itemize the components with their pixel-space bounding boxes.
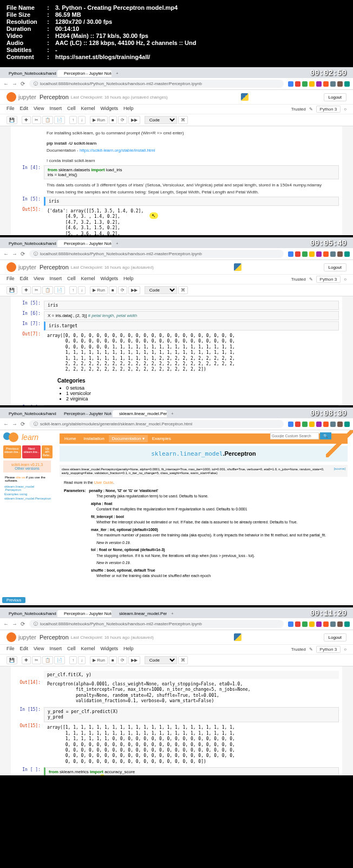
nav-home[interactable]: Home: [61, 435, 79, 442]
tab-1[interactable]: Python_Notebooks/handson-ml×: [2, 240, 56, 247]
cut-button[interactable]: ✂: [32, 656, 41, 664]
tab-2[interactable]: Perceptron - Jupyter Notebook×: [57, 410, 112, 417]
notebook-title[interactable]: Perceptron: [40, 94, 69, 100]
move-down-button[interactable]: ↓: [78, 656, 86, 664]
menu-file[interactable]: File: [6, 106, 15, 113]
paste-button[interactable]: 📄: [54, 116, 65, 124]
kernel-indicator[interactable]: Python 3: [316, 106, 341, 113]
menu-widgets[interactable]: Widgets: [100, 276, 118, 283]
ext-icon[interactable]: [316, 422, 322, 427]
edit-icon[interactable]: ✎: [309, 107, 313, 112]
ext-icon[interactable]: [302, 81, 308, 87]
menu-kernel[interactable]: Kernel: [81, 106, 95, 113]
menu-help[interactable]: Help: [123, 276, 134, 283]
kernel-indicator[interactable]: Python 3: [316, 276, 341, 283]
menu-edit[interactable]: Edit: [20, 106, 29, 113]
ext-icon[interactable]: [288, 81, 293, 87]
command-palette-button[interactable]: ⌘: [178, 286, 188, 294]
back-icon[interactable]: ←: [3, 251, 9, 257]
menu-cell[interactable]: Cell: [67, 276, 76, 283]
menu-kernel[interactable]: Kernel: [81, 276, 95, 283]
menu-view[interactable]: View: [34, 646, 44, 653]
menu-help[interactable]: Help: [123, 646, 134, 653]
ext-icon[interactable]: [302, 621, 308, 627]
code-cell[interactable]: In [ ]:from sklearn.metrics import accur…: [14, 767, 339, 775]
ext-icon[interactable]: [323, 251, 329, 257]
search-input[interactable]: [270, 432, 319, 439]
restart-button[interactable]: ⟳: [118, 116, 127, 124]
run-button[interactable]: ▶ Run: [90, 656, 108, 664]
reload-icon[interactable]: ⟳: [21, 81, 25, 87]
forward-icon[interactable]: →: [12, 621, 17, 627]
forward-icon[interactable]: →: [12, 421, 17, 427]
move-up-button[interactable]: ↑: [69, 656, 77, 664]
add-cell-button[interactable]: ✚: [22, 656, 31, 664]
menu-edit[interactable]: Edit: [20, 646, 29, 653]
notebook-title[interactable]: Perceptron: [40, 634, 69, 640]
stop-button[interactable]: ■: [109, 116, 117, 124]
toc-link[interactable]: sklearn.linear_model.Perceptron: [4, 497, 50, 500]
cell-type-select[interactable]: Code: [145, 286, 177, 294]
reload-icon[interactable]: ⟳: [21, 251, 25, 257]
tab-2[interactable]: Perceptron - Jupyter Notebook×: [57, 70, 112, 77]
save-button[interactable]: 💾: [6, 116, 17, 124]
jupyter-logo[interactable]: jupyter: [6, 92, 36, 102]
menu-file[interactable]: File: [6, 646, 15, 653]
menu-edit[interactable]: Edit: [20, 276, 29, 283]
ext-icon[interactable]: [337, 422, 343, 427]
menu-file[interactable]: File: [6, 276, 15, 283]
copy-button[interactable]: 📋: [42, 116, 53, 124]
new-tab-button[interactable]: +: [168, 611, 177, 616]
ext-icon[interactable]: [316, 251, 322, 257]
new-tab-button[interactable]: +: [168, 411, 177, 416]
paste-button[interactable]: 📄: [54, 656, 65, 664]
menu-view[interactable]: View: [34, 276, 44, 283]
ext-icon[interactable]: [309, 422, 315, 427]
ext-icon[interactable]: [309, 251, 315, 257]
tab-1[interactable]: Python_Notebooks/handson-ml×: [2, 70, 56, 77]
reload-icon[interactable]: ⟳: [21, 421, 25, 427]
ext-icon[interactable]: [323, 621, 329, 627]
save-button[interactable]: 💾: [6, 656, 17, 664]
toc-link[interactable]: sklearn.linear_model .Perceptron: [4, 485, 50, 491]
stop-button[interactable]: ■: [109, 656, 117, 664]
run-all-button[interactable]: ▶▶: [128, 656, 140, 664]
menu-insert[interactable]: Insert: [49, 106, 62, 113]
url-input[interactable]: ⓘlocalhost:8888/notebooks/Python_Noteboo…: [29, 620, 284, 628]
tab-1[interactable]: Python_Notebooks/handson-ml×: [2, 410, 56, 417]
ext-icon[interactable]: [316, 81, 322, 87]
paste-button[interactable]: 📄: [54, 286, 65, 294]
code-cell[interactable]: In [5]: iris: [14, 197, 339, 206]
search-button[interactable]: 🔍: [320, 432, 331, 439]
ext-icon[interactable]: [302, 422, 308, 427]
menu-widgets[interactable]: Widgets: [100, 106, 118, 113]
move-down-button[interactable]: ↓: [78, 116, 86, 124]
ext-icon[interactable]: [288, 621, 293, 627]
ext-icon[interactable]: [295, 81, 300, 87]
menu-kernel[interactable]: Kernel: [81, 646, 95, 653]
cut-button[interactable]: ✂: [32, 286, 41, 294]
up-button[interactable]: UpAPI Refer...: [42, 445, 53, 458]
url-input[interactable]: ⓘlocalhost:8888/notebooks/Python_Noteboo…: [29, 80, 284, 88]
sklearn-logo[interactable]: learn: [3, 432, 51, 442]
command-palette-button[interactable]: ⌘: [178, 116, 188, 124]
code-cell[interactable]: In [7]:iris.target: [14, 321, 339, 331]
restart-button[interactable]: ⟳: [118, 656, 127, 664]
ext-icon[interactable]: [344, 251, 350, 257]
menu-view[interactable]: View: [34, 106, 44, 113]
logout-button[interactable]: Logout: [324, 633, 347, 642]
ext-icon[interactable]: [295, 422, 300, 427]
ext-icon[interactable]: [330, 621, 336, 627]
source-link[interactable]: [source]: [334, 467, 345, 470]
tab-2[interactable]: Perceptron - Jupyter Notebook×: [57, 610, 112, 617]
url-input[interactable]: ⓘscikit-learn.org/stable/modules/generat…: [29, 420, 284, 428]
ext-icon[interactable]: [323, 81, 329, 87]
logout-button[interactable]: Logout: [324, 263, 347, 271]
doc-link[interactable]: https://scikit-learn.org/stable/install.…: [80, 148, 155, 153]
menu-help[interactable]: Help: [123, 106, 134, 113]
new-tab-button[interactable]: +: [113, 241, 122, 246]
cell-type-select[interactable]: Code: [145, 116, 177, 124]
menu-cell[interactable]: Cell: [67, 646, 76, 653]
kernel-indicator[interactable]: Python 3: [316, 646, 341, 653]
ext-icon[interactable]: [323, 422, 329, 427]
